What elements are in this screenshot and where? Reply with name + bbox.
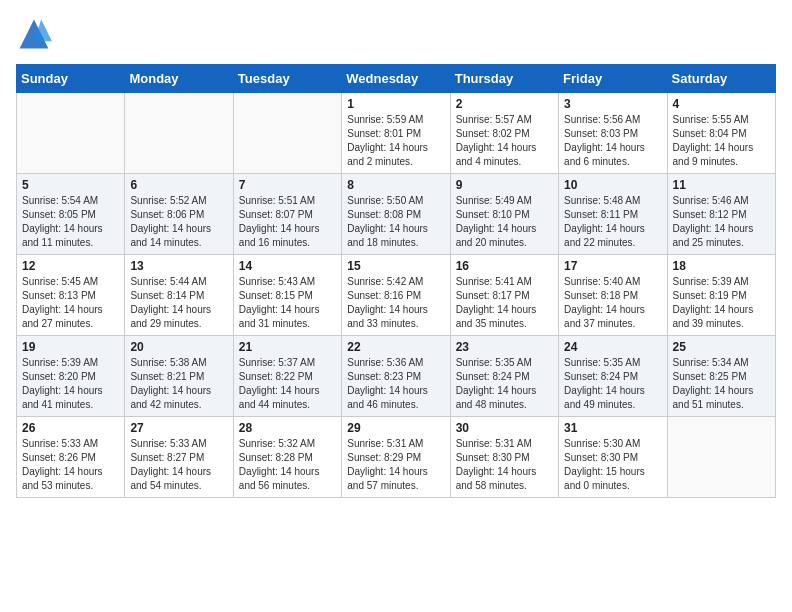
- day-info: Sunrise: 5:56 AM Sunset: 8:03 PM Dayligh…: [564, 113, 661, 169]
- page-header: [16, 16, 776, 52]
- calendar-cell: 24Sunrise: 5:35 AM Sunset: 8:24 PM Dayli…: [559, 336, 667, 417]
- logo: [16, 16, 56, 52]
- day-info: Sunrise: 5:38 AM Sunset: 8:21 PM Dayligh…: [130, 356, 227, 412]
- day-info: Sunrise: 5:55 AM Sunset: 8:04 PM Dayligh…: [673, 113, 770, 169]
- calendar-cell: 19Sunrise: 5:39 AM Sunset: 8:20 PM Dayli…: [17, 336, 125, 417]
- day-header-thursday: Thursday: [450, 65, 558, 93]
- day-info: Sunrise: 5:52 AM Sunset: 8:06 PM Dayligh…: [130, 194, 227, 250]
- day-info: Sunrise: 5:32 AM Sunset: 8:28 PM Dayligh…: [239, 437, 336, 493]
- day-header-monday: Monday: [125, 65, 233, 93]
- calendar-cell: 17Sunrise: 5:40 AM Sunset: 8:18 PM Dayli…: [559, 255, 667, 336]
- week-row-1: 1Sunrise: 5:59 AM Sunset: 8:01 PM Daylig…: [17, 93, 776, 174]
- week-row-4: 19Sunrise: 5:39 AM Sunset: 8:20 PM Dayli…: [17, 336, 776, 417]
- day-info: Sunrise: 5:41 AM Sunset: 8:17 PM Dayligh…: [456, 275, 553, 331]
- day-number: 14: [239, 259, 336, 273]
- day-number: 25: [673, 340, 770, 354]
- day-number: 24: [564, 340, 661, 354]
- calendar-cell: 6Sunrise: 5:52 AM Sunset: 8:06 PM Daylig…: [125, 174, 233, 255]
- calendar-cell: 15Sunrise: 5:42 AM Sunset: 8:16 PM Dayli…: [342, 255, 450, 336]
- calendar-cell: 31Sunrise: 5:30 AM Sunset: 8:30 PM Dayli…: [559, 417, 667, 498]
- calendar-cell: 23Sunrise: 5:35 AM Sunset: 8:24 PM Dayli…: [450, 336, 558, 417]
- day-number: 27: [130, 421, 227, 435]
- calendar-cell: 25Sunrise: 5:34 AM Sunset: 8:25 PM Dayli…: [667, 336, 775, 417]
- day-number: 15: [347, 259, 444, 273]
- day-number: 8: [347, 178, 444, 192]
- day-number: 13: [130, 259, 227, 273]
- day-info: Sunrise: 5:59 AM Sunset: 8:01 PM Dayligh…: [347, 113, 444, 169]
- day-number: 6: [130, 178, 227, 192]
- day-number: 12: [22, 259, 119, 273]
- day-header-sunday: Sunday: [17, 65, 125, 93]
- day-info: Sunrise: 5:37 AM Sunset: 8:22 PM Dayligh…: [239, 356, 336, 412]
- calendar-cell: 26Sunrise: 5:33 AM Sunset: 8:26 PM Dayli…: [17, 417, 125, 498]
- day-number: 11: [673, 178, 770, 192]
- day-number: 1: [347, 97, 444, 111]
- day-info: Sunrise: 5:36 AM Sunset: 8:23 PM Dayligh…: [347, 356, 444, 412]
- day-number: 7: [239, 178, 336, 192]
- day-info: Sunrise: 5:57 AM Sunset: 8:02 PM Dayligh…: [456, 113, 553, 169]
- header-row: SundayMondayTuesdayWednesdayThursdayFrid…: [17, 65, 776, 93]
- calendar-cell: 28Sunrise: 5:32 AM Sunset: 8:28 PM Dayli…: [233, 417, 341, 498]
- day-number: 29: [347, 421, 444, 435]
- day-info: Sunrise: 5:39 AM Sunset: 8:19 PM Dayligh…: [673, 275, 770, 331]
- calendar-cell: [125, 93, 233, 174]
- day-info: Sunrise: 5:46 AM Sunset: 8:12 PM Dayligh…: [673, 194, 770, 250]
- day-header-tuesday: Tuesday: [233, 65, 341, 93]
- day-info: Sunrise: 5:51 AM Sunset: 8:07 PM Dayligh…: [239, 194, 336, 250]
- day-info: Sunrise: 5:35 AM Sunset: 8:24 PM Dayligh…: [456, 356, 553, 412]
- day-header-saturday: Saturday: [667, 65, 775, 93]
- day-header-wednesday: Wednesday: [342, 65, 450, 93]
- day-number: 16: [456, 259, 553, 273]
- week-row-3: 12Sunrise: 5:45 AM Sunset: 8:13 PM Dayli…: [17, 255, 776, 336]
- calendar-cell: 5Sunrise: 5:54 AM Sunset: 8:05 PM Daylig…: [17, 174, 125, 255]
- day-number: 22: [347, 340, 444, 354]
- day-number: 3: [564, 97, 661, 111]
- day-info: Sunrise: 5:39 AM Sunset: 8:20 PM Dayligh…: [22, 356, 119, 412]
- week-row-2: 5Sunrise: 5:54 AM Sunset: 8:05 PM Daylig…: [17, 174, 776, 255]
- calendar-cell: 30Sunrise: 5:31 AM Sunset: 8:30 PM Dayli…: [450, 417, 558, 498]
- day-info: Sunrise: 5:30 AM Sunset: 8:30 PM Dayligh…: [564, 437, 661, 493]
- day-info: Sunrise: 5:31 AM Sunset: 8:29 PM Dayligh…: [347, 437, 444, 493]
- day-number: 10: [564, 178, 661, 192]
- day-info: Sunrise: 5:35 AM Sunset: 8:24 PM Dayligh…: [564, 356, 661, 412]
- day-number: 26: [22, 421, 119, 435]
- day-number: 18: [673, 259, 770, 273]
- calendar-cell: 8Sunrise: 5:50 AM Sunset: 8:08 PM Daylig…: [342, 174, 450, 255]
- day-number: 31: [564, 421, 661, 435]
- calendar-cell: 16Sunrise: 5:41 AM Sunset: 8:17 PM Dayli…: [450, 255, 558, 336]
- day-number: 4: [673, 97, 770, 111]
- day-info: Sunrise: 5:33 AM Sunset: 8:26 PM Dayligh…: [22, 437, 119, 493]
- day-header-friday: Friday: [559, 65, 667, 93]
- calendar-cell: 12Sunrise: 5:45 AM Sunset: 8:13 PM Dayli…: [17, 255, 125, 336]
- day-info: Sunrise: 5:43 AM Sunset: 8:15 PM Dayligh…: [239, 275, 336, 331]
- calendar-cell: 18Sunrise: 5:39 AM Sunset: 8:19 PM Dayli…: [667, 255, 775, 336]
- calendar-cell: 22Sunrise: 5:36 AM Sunset: 8:23 PM Dayli…: [342, 336, 450, 417]
- logo-icon: [16, 16, 52, 52]
- calendar-cell: 20Sunrise: 5:38 AM Sunset: 8:21 PM Dayli…: [125, 336, 233, 417]
- calendar-cell: [233, 93, 341, 174]
- day-info: Sunrise: 5:49 AM Sunset: 8:10 PM Dayligh…: [456, 194, 553, 250]
- day-info: Sunrise: 5:42 AM Sunset: 8:16 PM Dayligh…: [347, 275, 444, 331]
- day-number: 5: [22, 178, 119, 192]
- calendar-cell: 10Sunrise: 5:48 AM Sunset: 8:11 PM Dayli…: [559, 174, 667, 255]
- day-info: Sunrise: 5:54 AM Sunset: 8:05 PM Dayligh…: [22, 194, 119, 250]
- calendar-cell: 9Sunrise: 5:49 AM Sunset: 8:10 PM Daylig…: [450, 174, 558, 255]
- calendar-cell: 7Sunrise: 5:51 AM Sunset: 8:07 PM Daylig…: [233, 174, 341, 255]
- calendar-cell: 11Sunrise: 5:46 AM Sunset: 8:12 PM Dayli…: [667, 174, 775, 255]
- day-info: Sunrise: 5:50 AM Sunset: 8:08 PM Dayligh…: [347, 194, 444, 250]
- calendar-table: SundayMondayTuesdayWednesdayThursdayFrid…: [16, 64, 776, 498]
- calendar-cell: 13Sunrise: 5:44 AM Sunset: 8:14 PM Dayli…: [125, 255, 233, 336]
- day-number: 23: [456, 340, 553, 354]
- day-info: Sunrise: 5:40 AM Sunset: 8:18 PM Dayligh…: [564, 275, 661, 331]
- day-number: 2: [456, 97, 553, 111]
- calendar-cell: 1Sunrise: 5:59 AM Sunset: 8:01 PM Daylig…: [342, 93, 450, 174]
- calendar-cell: 2Sunrise: 5:57 AM Sunset: 8:02 PM Daylig…: [450, 93, 558, 174]
- calendar-cell: 29Sunrise: 5:31 AM Sunset: 8:29 PM Dayli…: [342, 417, 450, 498]
- week-row-5: 26Sunrise: 5:33 AM Sunset: 8:26 PM Dayli…: [17, 417, 776, 498]
- day-number: 21: [239, 340, 336, 354]
- day-info: Sunrise: 5:45 AM Sunset: 8:13 PM Dayligh…: [22, 275, 119, 331]
- day-number: 19: [22, 340, 119, 354]
- day-number: 9: [456, 178, 553, 192]
- day-number: 30: [456, 421, 553, 435]
- calendar-cell: 14Sunrise: 5:43 AM Sunset: 8:15 PM Dayli…: [233, 255, 341, 336]
